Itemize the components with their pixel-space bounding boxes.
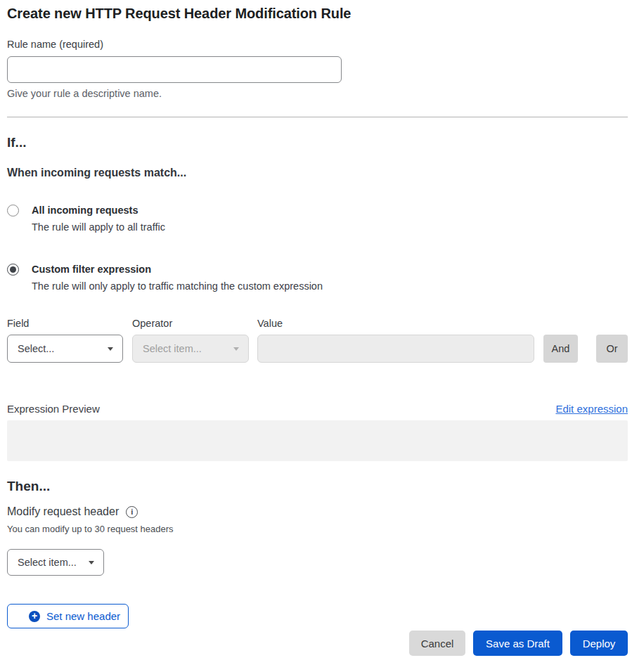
set-new-header-label: Set new header xyxy=(46,610,120,622)
caret-down-icon xyxy=(89,561,94,564)
cancel-button[interactable]: Cancel xyxy=(409,631,465,656)
and-button[interactable]: And xyxy=(543,335,578,363)
header-action-select[interactable]: Select item... xyxy=(7,549,104,576)
rule-name-input[interactable] xyxy=(7,56,342,83)
operator-select[interactable]: Select item... xyxy=(132,335,249,363)
expression-builder-labels: Field Operator Value xyxy=(7,318,628,329)
or-button[interactable]: Or xyxy=(596,335,628,363)
radio-option-texts: All incoming requests The rule will appl… xyxy=(32,204,165,234)
modify-header-label: Modify request header xyxy=(7,505,119,518)
expression-preview-box xyxy=(7,420,628,461)
info-icon[interactable]: i xyxy=(126,506,138,518)
value-input[interactable] xyxy=(257,335,534,363)
radio-button-all-incoming[interactable] xyxy=(7,205,19,217)
expression-builder-row: Select... Select item... And Or xyxy=(7,335,628,363)
caret-down-icon xyxy=(233,347,239,351)
rule-name-label: Rule name (required) xyxy=(7,39,628,50)
section-divider xyxy=(7,117,628,117)
radio-option-texts: Custom filter expression The rule will o… xyxy=(32,263,323,293)
page-title: Create new HTTP Request Header Modificat… xyxy=(7,6,628,22)
operator-select-value: Select item... xyxy=(143,343,202,354)
create-rule-page: Create new HTTP Request Header Modificat… xyxy=(0,0,632,672)
radio-option-all-incoming[interactable]: All incoming requests The rule will appl… xyxy=(7,204,628,234)
operator-label: Operator xyxy=(132,318,257,329)
header-action-select-value: Select item... xyxy=(18,557,77,568)
radio-option-description: The rule will apply to all traffic xyxy=(32,221,165,234)
set-new-header-button[interactable]: + Set new header xyxy=(7,604,129,628)
radio-option-description: The rule will only apply to traffic matc… xyxy=(32,280,323,293)
plus-circle-icon: + xyxy=(29,611,40,622)
save-as-draft-button[interactable]: Save as Draft xyxy=(473,631,562,656)
expression-preview-header: Expression Preview Edit expression xyxy=(7,403,628,415)
value-label: Value xyxy=(257,318,628,329)
footer-actions: Cancel Save as Draft Deploy xyxy=(7,631,628,656)
field-select-value: Select... xyxy=(18,343,54,354)
radio-dot xyxy=(10,207,16,214)
header-count-helper: You can modify up to 30 request headers xyxy=(7,524,628,534)
expression-preview-label: Expression Preview xyxy=(7,403,100,415)
radio-option-custom-filter[interactable]: Custom filter expression The rule will o… xyxy=(7,263,628,293)
field-select[interactable]: Select... xyxy=(7,335,123,363)
modify-header-row: Modify request header i xyxy=(7,505,628,518)
then-heading: Then... xyxy=(7,479,628,494)
caret-down-icon xyxy=(108,347,113,351)
match-subheading: When incoming requests match... xyxy=(7,167,628,179)
if-heading: If... xyxy=(7,135,628,150)
rule-name-helper: Give your rule a descriptive name. xyxy=(7,88,628,99)
radio-dot xyxy=(10,266,16,273)
radio-button-custom-filter[interactable] xyxy=(7,264,19,276)
edit-expression-link[interactable]: Edit expression xyxy=(555,403,628,415)
radio-option-label[interactable]: All incoming requests xyxy=(32,204,165,217)
deploy-button[interactable]: Deploy xyxy=(570,631,628,656)
radio-option-label[interactable]: Custom filter expression xyxy=(32,263,323,276)
field-label: Field xyxy=(7,318,132,329)
